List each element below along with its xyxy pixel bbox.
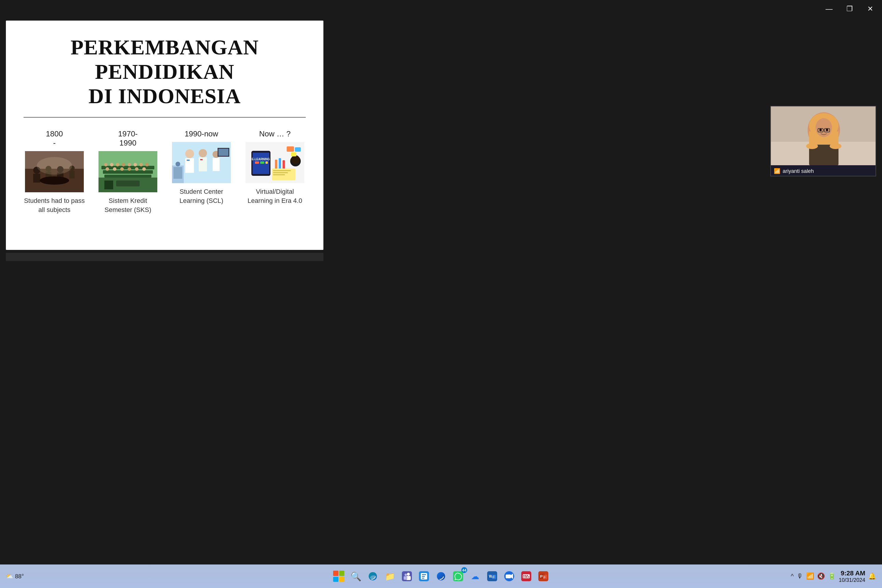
windows-logo xyxy=(333,571,344,582)
svg-point-34 xyxy=(185,149,194,158)
svg-rect-103 xyxy=(527,575,528,576)
slide-container: PERKEMBANGAN PENDIDIKAN DI INDONESIA 180… xyxy=(6,21,323,250)
microphone-tray-icon[interactable]: 🎙 xyxy=(797,572,803,580)
svg-point-24 xyxy=(145,163,149,166)
svg-rect-59 xyxy=(273,172,288,173)
svg-rect-52 xyxy=(260,161,264,164)
timeline-item-now: Now … ? E-LEARNING xyxy=(243,129,307,206)
edge2-button[interactable] xyxy=(434,569,448,584)
taskbar-left: ⛅ 88° xyxy=(6,573,332,580)
svg-point-75 xyxy=(819,129,822,131)
svg-text:E-LEARNING: E-LEARNING xyxy=(252,158,270,161)
webcam-participant-name: ariyanti saleh xyxy=(783,168,814,174)
svg-point-25 xyxy=(105,167,109,171)
svg-rect-58 xyxy=(273,170,291,171)
svg-rect-39 xyxy=(200,159,202,160)
start-button[interactable] xyxy=(332,569,346,584)
svg-rect-65 xyxy=(291,152,296,156)
svg-rect-36 xyxy=(187,160,190,161)
svg-point-83 xyxy=(405,574,407,576)
timeline-area: 1800- xyxy=(6,126,323,220)
svg-rect-16 xyxy=(104,175,152,178)
timeline-item-1800: 1800- xyxy=(22,129,87,214)
timeline-year-1990: 1990-now xyxy=(184,129,218,138)
svg-point-10 xyxy=(40,176,69,184)
notification-button[interactable]: 🔔 xyxy=(868,572,876,580)
signal-strength-icon: 📶 xyxy=(774,168,780,174)
svg-rect-3 xyxy=(33,174,40,183)
maximize-button[interactable]: ❐ xyxy=(844,3,855,15)
webcam-video: TAS WATAN xyxy=(771,106,876,165)
svg-point-28 xyxy=(128,167,131,171)
svg-rect-60 xyxy=(273,174,285,175)
svg-rect-102 xyxy=(525,575,526,576)
svg-rect-87 xyxy=(422,574,426,575)
slide-title-line1: PERKEMBANGAN PENDIDIKAN xyxy=(70,36,259,84)
battery-tray-icon[interactable]: 🔋 xyxy=(828,572,836,580)
wifi-tray-icon[interactable]: 📶 xyxy=(806,572,814,580)
webcam-container: TAS WATAN xyxy=(770,106,876,176)
svg-rect-97 xyxy=(506,574,511,578)
slide-title-line2: DI INDONESIA xyxy=(88,84,241,108)
svg-point-81 xyxy=(407,573,410,576)
svg-rect-46 xyxy=(219,149,228,156)
svg-text:P: P xyxy=(540,574,543,579)
keyboard-button[interactable] xyxy=(519,569,534,584)
whatsapp-icon xyxy=(453,571,463,581)
svg-rect-32 xyxy=(104,180,113,189)
clock-widget[interactable]: 9:28 AM 10/31/2024 xyxy=(839,570,865,583)
win-square-green xyxy=(339,571,345,576)
teams-button[interactable] xyxy=(399,569,414,584)
slide-title: PERKEMBANGAN PENDIDIKAN DI INDONESIA xyxy=(6,21,323,114)
svg-text:p: p xyxy=(544,575,545,579)
timeline-caption-1800: Students had to pass all subjects xyxy=(22,196,87,214)
minimize-button[interactable]: — xyxy=(823,3,835,15)
svg-rect-84 xyxy=(404,576,407,580)
clock-time: 9:28 AM xyxy=(839,570,865,577)
svg-point-23 xyxy=(140,163,143,166)
timeline-item-1970: 1970-1990 xyxy=(96,129,160,214)
clock-date: 10/31/2024 xyxy=(839,577,865,583)
todo-button[interactable] xyxy=(417,569,431,584)
svg-point-79 xyxy=(830,143,842,149)
timeline-image-now: E-LEARNING xyxy=(246,142,304,183)
search-taskbar-icon: 🔍 xyxy=(351,571,362,582)
show-hidden-tray-button[interactable]: ^ xyxy=(791,572,794,580)
svg-point-19 xyxy=(116,163,119,166)
svg-rect-43 xyxy=(174,167,182,179)
svg-point-20 xyxy=(122,163,125,166)
svg-point-62 xyxy=(291,155,300,164)
svg-rect-41 xyxy=(213,158,220,171)
svg-point-78 xyxy=(806,143,818,149)
onedrive-button[interactable]: ☁ xyxy=(468,569,483,584)
whatsapp-button[interactable]: 44 xyxy=(451,569,465,584)
timeline-caption-1970: Sistem Kredit Semester (SKS) xyxy=(96,196,160,214)
powerpoint-button[interactable]: P p xyxy=(536,569,550,584)
svg-rect-53 xyxy=(266,161,268,164)
timeline-year-now: Now … ? xyxy=(259,129,291,138)
volume-tray-icon[interactable]: 🔇 xyxy=(817,572,825,580)
timeline-caption-1990: Student Center Learning (SCL) xyxy=(169,187,234,206)
file-explorer-icon: 📁 xyxy=(385,572,395,581)
svg-text:d: d xyxy=(492,575,495,579)
edge2-icon xyxy=(436,571,446,581)
zoom-icon xyxy=(504,571,514,581)
zoom-button[interactable] xyxy=(502,569,516,584)
search-taskbar-button[interactable]: 🔍 xyxy=(348,569,363,584)
weather-widget[interactable]: ⛅ 88° xyxy=(6,573,24,580)
close-button[interactable]: ✕ xyxy=(864,3,876,15)
svg-rect-101 xyxy=(524,575,525,576)
powerpoint-icon: P p xyxy=(538,571,548,581)
svg-point-17 xyxy=(104,163,108,166)
svg-point-30 xyxy=(142,167,146,171)
svg-rect-38 xyxy=(199,157,207,171)
taskbar-right: ^ 🎙 📶 🔇 🔋 9:28 AM 10/31/2024 🔔 xyxy=(550,570,876,583)
svg-rect-15 xyxy=(103,170,153,174)
word-button[interactable]: W d xyxy=(485,569,500,584)
svg-point-44 xyxy=(176,162,180,166)
svg-point-76 xyxy=(826,129,828,131)
file-explorer-button[interactable]: 📁 xyxy=(382,569,397,584)
svg-rect-9 xyxy=(69,171,75,178)
edge-taskbar-button[interactable] xyxy=(366,569,380,584)
svg-point-26 xyxy=(113,167,116,171)
